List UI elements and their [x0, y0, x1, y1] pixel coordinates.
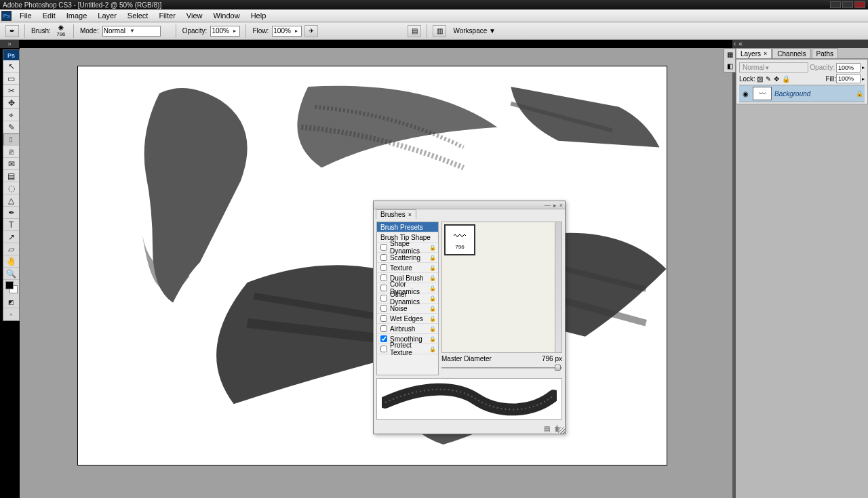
flow-input[interactable]: 100%▸ — [272, 26, 302, 37]
brush-picker[interactable]: ⁕ 796 — [53, 24, 69, 39]
tool-blur[interactable]: △ — [3, 194, 19, 207]
tool-type[interactable]: T — [3, 219, 19, 231]
preset-scrollbar[interactable] — [555, 222, 561, 352]
menu-select[interactable]: Select — [122, 10, 154, 21]
brushes-panel[interactable]: — ▸ × Brushes× Brush PresetsBrush Tip Sh… — [373, 201, 566, 434]
tool-screenmode[interactable]: ▫ — [3, 308, 19, 320]
master-diameter-slider[interactable] — [441, 363, 562, 373]
tab-channels[interactable]: Channels — [772, 48, 810, 58]
brush-stroke-preview — [376, 378, 562, 420]
swatch-fg[interactable] — [5, 281, 14, 289]
opacity-input[interactable]: 100%▸ — [210, 26, 240, 37]
brush-category-protect-texture[interactable]: Protect Texture🔒 — [377, 344, 438, 354]
brush-category-airbrush[interactable]: Airbrush🔒 — [377, 324, 438, 334]
tool-shape[interactable]: ▱ — [3, 243, 19, 255]
tool-quickmask[interactable]: ◩ — [3, 296, 19, 308]
fill-input[interactable] — [836, 74, 861, 83]
tool-quick-select[interactable]: ✥ — [3, 97, 19, 109]
tool-preset-picker[interactable]: ✒ — [5, 25, 19, 37]
brush-preset-thumb[interactable]: 〰 796 — [444, 224, 475, 255]
panel-close-icon[interactable]: × — [559, 202, 563, 209]
tool-pen[interactable]: ✒ — [3, 207, 19, 219]
lock-icon: 🔒 — [429, 245, 436, 251]
tool-healing[interactable]: ⎚ — [3, 146, 19, 158]
brush-category-wet-edges[interactable]: Wet Edges🔒 — [377, 314, 438, 324]
menu-file[interactable]: File — [14, 10, 37, 21]
menu-filter[interactable]: Filter — [153, 10, 180, 21]
menu-window[interactable]: Window — [208, 10, 245, 21]
lock-position-icon[interactable]: ✥ — [774, 75, 779, 83]
window-close-button[interactable] — [854, 1, 865, 8]
tool-move[interactable]: ↖ — [3, 60, 19, 72]
window-title: Adobe Photoshop CS3 - [Untitled-2 @ 50% … — [3, 1, 161, 9]
tool-eraser[interactable]: ▤ — [3, 170, 19, 182]
document-canvas[interactable] — [77, 66, 667, 465]
lock-icon: 🔒 — [429, 316, 436, 322]
category-label: Protect Texture — [390, 341, 435, 356]
new-brush-icon[interactable]: ▤ — [544, 425, 550, 432]
category-checkbox[interactable] — [380, 295, 387, 302]
menu-image[interactable]: Image — [61, 10, 93, 21]
flow-label: Flow: — [252, 27, 269, 35]
brushes-panel-titlebar[interactable]: — ▸ × — [374, 201, 565, 209]
layer-thumbnail[interactable]: 〰 — [753, 87, 772, 100]
doc-icon[interactable]: ▤ — [408, 25, 421, 37]
blend-mode-select[interactable]: Normal▼ — [739, 62, 808, 72]
category-checkbox[interactable] — [380, 264, 387, 271]
panel-arrow-icon[interactable]: ▸ — [553, 202, 557, 209]
category-checkbox[interactable] — [380, 346, 387, 352]
brush-presets-grid[interactable]: 〰 796 — [441, 222, 562, 353]
tool-crop[interactable]: ⌖ — [3, 109, 19, 121]
lock-transparent-icon[interactable]: ▨ — [757, 75, 763, 83]
tool-lasso[interactable]: ✂ — [3, 85, 19, 97]
category-checkbox[interactable] — [380, 325, 387, 332]
dock-icon-column[interactable]: ▦◧ — [724, 48, 736, 72]
tool-brush[interactable]: 𖠚 — [3, 133, 19, 146]
tool-marquee[interactable]: ▭ — [3, 72, 19, 85]
brush-category-other-dynamics[interactable]: Other Dynamics🔒 — [377, 293, 438, 304]
brush-category-shape-dynamics[interactable]: Shape Dynamics🔒 — [377, 243, 438, 253]
airbrush-toggle[interactable]: ✈ — [304, 25, 318, 37]
menu-edit[interactable]: Edit — [37, 10, 61, 21]
layer-opacity-input[interactable] — [836, 63, 861, 72]
lock-pixels-icon[interactable]: ✎ — [766, 75, 771, 83]
brush-category-scattering[interactable]: Scattering🔒 — [377, 253, 438, 263]
tool-zoom[interactable]: 🔍 — [3, 268, 19, 280]
lock-icon: 🔒 — [429, 255, 436, 261]
tool-eyedropper[interactable]: ✎ — [3, 121, 19, 133]
tool-path-select[interactable]: ↗ — [3, 231, 19, 243]
lock-all-icon[interactable]: 🔒 — [782, 75, 790, 83]
category-checkbox[interactable] — [380, 254, 387, 261]
tool-clone[interactable]: ✉ — [3, 158, 19, 170]
category-checkbox[interactable] — [380, 274, 387, 281]
brush-category-noise[interactable]: Noise🔒 — [377, 304, 438, 314]
brushes-tab[interactable]: Brushes× — [376, 209, 416, 219]
options-bar: ✒ Brush: ⁕ 796 Mode: Normal▼ Opacity: 10… — [0, 22, 868, 40]
category-checkbox[interactable] — [380, 335, 387, 342]
menu-layer[interactable]: Layer — [92, 10, 122, 21]
tool-hand[interactable]: 🤚 — [3, 255, 19, 268]
category-checkbox[interactable] — [380, 305, 387, 312]
fill-label: Fill: — [825, 75, 836, 83]
mode-select[interactable]: Normal▼ — [102, 26, 161, 37]
swatch-fg-bg[interactable] — [3, 280, 19, 296]
lock-label: Lock: — [739, 75, 755, 83]
brush-category-brush-presets[interactable]: Brush Presets — [377, 222, 438, 232]
category-checkbox[interactable] — [380, 285, 387, 291]
menu-view[interactable]: View — [181, 10, 208, 21]
menu-help[interactable]: Help — [245, 10, 272, 21]
screen-mode-icon[interactable]: ▥ — [433, 25, 446, 37]
panel-resize-handle[interactable] — [558, 427, 565, 434]
layer-row-background[interactable]: ◉ 〰 Background 🔒 — [739, 85, 865, 102]
tab-paths[interactable]: Paths — [812, 48, 839, 58]
tool-gradient[interactable]: ◌ — [3, 182, 19, 194]
visibility-eye-icon[interactable]: ◉ — [741, 90, 750, 98]
brush-category-texture[interactable]: Texture🔒 — [377, 263, 438, 273]
category-checkbox[interactable] — [380, 315, 387, 322]
panel-minimize-icon[interactable]: — — [545, 202, 551, 209]
window-minimize-button[interactable] — [830, 1, 841, 8]
workspace-menu[interactable]: Workspace ▼ — [453, 27, 496, 35]
tab-layers[interactable]: Layers× — [736, 48, 772, 58]
window-restore-button[interactable] — [842, 1, 853, 8]
category-checkbox[interactable] — [380, 244, 387, 251]
